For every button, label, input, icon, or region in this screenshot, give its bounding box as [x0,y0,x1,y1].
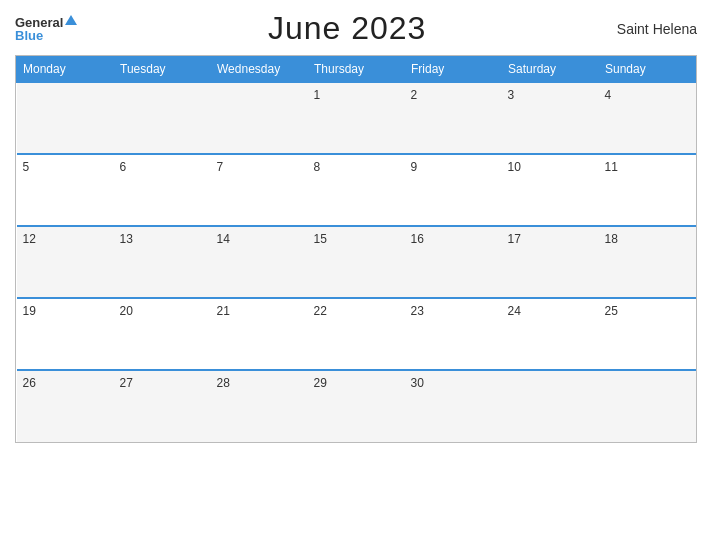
day-number: 28 [217,376,230,390]
calendar-cell: 28 [211,370,308,442]
month-title: June 2023 [268,10,426,47]
calendar-cell: 7 [211,154,308,226]
logo: General Blue [15,16,77,42]
day-number: 12 [23,232,36,246]
day-number: 23 [411,304,424,318]
calendar-cell: 9 [405,154,502,226]
day-number: 20 [120,304,133,318]
calendar-cell: 12 [17,226,114,298]
calendar-cell: 15 [308,226,405,298]
day-number: 17 [508,232,521,246]
calendar-cell: 23 [405,298,502,370]
day-number: 7 [217,160,224,174]
weekday-header-monday: Monday [17,57,114,83]
calendar-cell [211,82,308,154]
calendar-cell: 3 [502,82,599,154]
calendar-cell [17,82,114,154]
logo-triangle-icon [65,15,77,25]
day-number: 2 [411,88,418,102]
day-number: 29 [314,376,327,390]
calendar-cell [599,370,696,442]
calendar-cell: 25 [599,298,696,370]
calendar-body: 1234567891011121314151617181920212223242… [17,82,696,442]
day-number: 1 [314,88,321,102]
calendar-cell: 11 [599,154,696,226]
calendar-cell: 19 [17,298,114,370]
calendar-header: MondayTuesdayWednesdayThursdayFridaySatu… [17,57,696,83]
week-row-4: 19202122232425 [17,298,696,370]
calendar-cell: 6 [114,154,211,226]
day-number: 6 [120,160,127,174]
calendar-cell [502,370,599,442]
calendar-cell: 13 [114,226,211,298]
week-row-2: 567891011 [17,154,696,226]
calendar-cell: 1 [308,82,405,154]
day-number: 26 [23,376,36,390]
calendar-cell: 2 [405,82,502,154]
calendar-cell: 5 [17,154,114,226]
day-number: 4 [605,88,612,102]
calendar-cell: 22 [308,298,405,370]
day-number: 30 [411,376,424,390]
calendar-cell: 17 [502,226,599,298]
calendar-cell: 24 [502,298,599,370]
day-number: 3 [508,88,515,102]
day-number: 13 [120,232,133,246]
calendar-cell: 29 [308,370,405,442]
weekday-header-sunday: Sunday [599,57,696,83]
logo-blue-text: Blue [15,29,43,42]
day-number: 25 [605,304,618,318]
calendar-cell: 21 [211,298,308,370]
weekday-header-wednesday: Wednesday [211,57,308,83]
calendar-cell: 14 [211,226,308,298]
calendar-cell: 8 [308,154,405,226]
day-number: 16 [411,232,424,246]
region-label: Saint Helena [617,21,697,37]
calendar-cell [114,82,211,154]
calendar-cell: 30 [405,370,502,442]
day-number: 21 [217,304,230,318]
day-number: 24 [508,304,521,318]
day-number: 10 [508,160,521,174]
day-number: 22 [314,304,327,318]
calendar-cell: 18 [599,226,696,298]
calendar-cell: 27 [114,370,211,442]
day-number: 18 [605,232,618,246]
day-number: 14 [217,232,230,246]
weekday-header-friday: Friday [405,57,502,83]
calendar-table: MondayTuesdayWednesdayThursdayFridaySatu… [16,56,696,442]
day-number: 27 [120,376,133,390]
day-number: 15 [314,232,327,246]
day-number: 19 [23,304,36,318]
logo-general-text: General [15,16,63,29]
calendar-cell: 10 [502,154,599,226]
calendar-cell: 20 [114,298,211,370]
week-row-5: 2627282930 [17,370,696,442]
day-number: 9 [411,160,418,174]
weekday-header-saturday: Saturday [502,57,599,83]
calendar-cell: 4 [599,82,696,154]
week-row-1: 1234 [17,82,696,154]
calendar-cell: 16 [405,226,502,298]
week-row-3: 12131415161718 [17,226,696,298]
day-number: 8 [314,160,321,174]
calendar-grid-wrapper: MondayTuesdayWednesdayThursdayFridaySatu… [15,55,697,443]
day-number: 5 [23,160,30,174]
weekday-header-thursday: Thursday [308,57,405,83]
weekday-row: MondayTuesdayWednesdayThursdayFridaySatu… [17,57,696,83]
weekday-header-tuesday: Tuesday [114,57,211,83]
calendar-container: General Blue June 2023 Saint Helena Mond… [0,0,712,550]
header: General Blue June 2023 Saint Helena [15,10,697,47]
calendar-cell: 26 [17,370,114,442]
day-number: 11 [605,160,618,174]
